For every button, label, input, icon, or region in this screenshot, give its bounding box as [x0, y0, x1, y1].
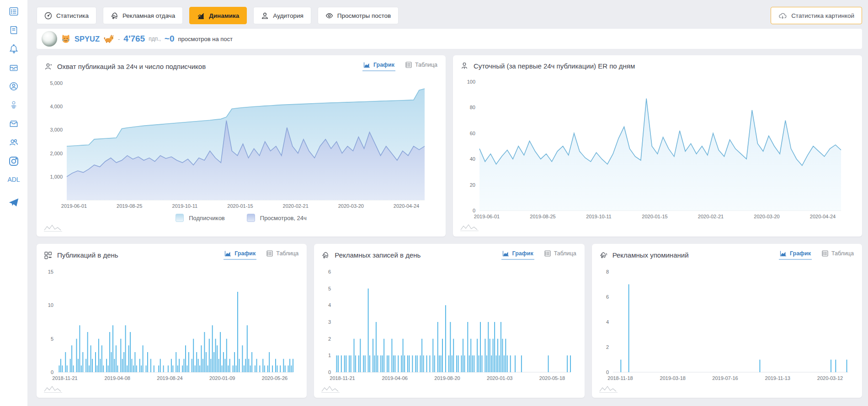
graph-view-button[interactable]: График — [362, 62, 395, 71]
view-toggle: График Таблица — [224, 250, 299, 260]
graph-view-button[interactable]: График — [501, 250, 534, 260]
megaphone-icon — [111, 12, 118, 20]
svg-text:2018-11-18: 2018-11-18 — [607, 375, 633, 381]
people-icon[interactable] — [8, 137, 20, 148]
view-toggle: График Таблица — [501, 250, 577, 260]
svg-text:2020-04-24: 2020-04-24 — [810, 214, 836, 219]
svg-text:2019-08-24: 2019-08-24 — [157, 375, 182, 381]
table-view-button[interactable]: Таблица — [405, 62, 438, 71]
tab-statistics[interactable]: Статистика — [37, 7, 96, 24]
inbox-icon[interactable] — [8, 118, 20, 130]
panel-title: Охват публикаций за 24ч и число подписчи… — [57, 63, 206, 70]
reach-subscribers-chart[interactable]: 5,0004,0003,0002,0001,0002019-06-012019-… — [44, 78, 430, 211]
range-preview-icon[interactable] — [599, 385, 618, 393]
svg-text:2020-04-24: 2020-04-24 — [394, 203, 419, 209]
graph-view-button[interactable]: График — [224, 250, 256, 260]
svg-text:0: 0 — [473, 208, 475, 213]
svg-text:2020-05-18: 2020-05-18 — [539, 375, 565, 381]
avg-views-label: просмотров на пост — [178, 36, 233, 42]
person-gear-icon[interactable] — [8, 99, 20, 111]
svg-text:2,000: 2,000 — [50, 151, 63, 156]
table-view-button[interactable]: Таблица — [543, 250, 577, 260]
channel-name[interactable]: SPYUZ — [75, 35, 100, 43]
svg-text:2019-08-25: 2019-08-25 — [530, 214, 555, 219]
svg-text:5: 5 — [51, 336, 53, 342]
panel-ad-mentions: Рекламных упоминаний График Таблица 8642… — [592, 244, 862, 398]
graph-view-button[interactable]: График — [779, 250, 812, 260]
svg-text:80: 80 — [470, 105, 475, 110]
panel-title: Рекламных упоминаний — [612, 251, 689, 259]
person-icon — [460, 62, 469, 70]
archive-icon[interactable] — [8, 62, 20, 74]
svg-text:10: 10 — [48, 302, 53, 308]
posts-per-day-chart[interactable]: 1510502018-11-212019-04-082019-08-242020… — [44, 266, 298, 383]
tab-post-views[interactable]: Просмотры постов — [318, 7, 399, 24]
grid-icon — [44, 251, 52, 259]
graph-icon — [224, 250, 231, 257]
svg-text:2: 2 — [328, 336, 331, 342]
svg-text:2019-11-13: 2019-11-13 — [765, 375, 790, 381]
megaphone-icon — [599, 251, 607, 259]
svg-text:2019-04-06: 2019-04-06 — [382, 375, 408, 381]
svg-text:4: 4 — [606, 319, 609, 325]
tab-bar: Статистика Рекламная отдача Динамика Ауд… — [37, 7, 862, 24]
svg-text:1: 1 — [328, 353, 331, 358]
panel-title: Рекламных записей в день — [335, 251, 421, 259]
person-circle-icon[interactable] — [8, 80, 20, 92]
legend-swatch — [247, 214, 255, 222]
svg-text:2020-03-12: 2020-03-12 — [817, 375, 843, 381]
svg-text:2019-08-20: 2019-08-20 — [435, 375, 460, 381]
range-preview-icon[interactable] — [44, 224, 62, 232]
view-toggle: График Таблица — [362, 62, 438, 71]
separator: - — [118, 36, 120, 42]
chart-icon — [197, 12, 205, 20]
legend-item-views[interactable]: Просмотров, 24ч — [247, 214, 307, 222]
svg-text:2020-02-21: 2020-02-21 — [698, 214, 724, 219]
tab-dynamics[interactable]: Динамика — [189, 7, 247, 24]
graph-icon — [502, 250, 509, 257]
svg-text:5: 5 — [328, 286, 331, 291]
sidebar-item-adl[interactable]: ADL — [7, 176, 20, 183]
range-preview-icon[interactable] — [321, 385, 340, 393]
range-preview-icon[interactable] — [44, 385, 62, 393]
table-icon — [822, 250, 828, 257]
panel-title: Суточный (за первые 24ч публикации) ER п… — [474, 62, 635, 70]
chart-legend: Подписчиков Просмотров, 24ч — [44, 214, 438, 222]
svg-text:2018-11-21: 2018-11-21 — [52, 375, 77, 381]
svg-text:4: 4 — [328, 302, 331, 308]
sidebar: ADL — [0, 0, 27, 406]
instagram-icon[interactable] — [8, 155, 20, 167]
svg-text:2020-01-15: 2020-01-15 — [642, 214, 667, 219]
megaphone-icon — [321, 251, 330, 259]
avg-views-count: ~0 — [165, 34, 175, 44]
svg-text:8: 8 — [606, 269, 609, 274]
ad-mentions-chart[interactable]: 864202018-11-182019-03-182019-07-162019-… — [599, 266, 854, 383]
svg-text:40: 40 — [470, 156, 475, 162]
table-view-button[interactable]: Таблица — [821, 250, 855, 260]
tab-audience[interactable]: Аудитория — [253, 7, 311, 24]
panel-title: Публикаций в день — [57, 251, 118, 259]
daily-er-chart[interactable]: 1008060402002019-06-012019-08-252019-10-… — [460, 76, 847, 221]
svg-text:3: 3 — [328, 319, 331, 325]
ad-posts-per-day-chart[interactable]: 65432102018-11-212019-04-062019-08-20202… — [321, 266, 576, 383]
range-preview-icon[interactable] — [460, 223, 479, 232]
export-image-button[interactable]: Статистика картинкой — [771, 7, 862, 24]
table-view-button[interactable]: Таблица — [266, 250, 299, 260]
svg-text:2020-01-09: 2020-01-09 — [209, 375, 235, 381]
svg-text:2: 2 — [606, 344, 609, 350]
legend-swatch — [176, 214, 184, 222]
panel-posts-per-day: Публикаций в день График Таблица 1510502… — [37, 244, 307, 398]
bell-icon[interactable] — [8, 43, 20, 55]
panel-reach-subscribers: Охват публикаций за 24ч и число подписчи… — [37, 55, 446, 237]
list-icon[interactable] — [8, 5, 20, 17]
panel-ad-posts-per-day: Рекламных записей в день График Таблица … — [314, 244, 584, 398]
svg-text:2020-01-03: 2020-01-03 — [487, 375, 512, 381]
cloud-download-icon — [778, 12, 787, 20]
svg-text:2019-08-25: 2019-08-25 — [117, 203, 142, 209]
svg-text:2020-03-20: 2020-03-20 — [338, 203, 364, 209]
journal-icon[interactable] — [8, 24, 20, 36]
tab-ad-performance[interactable]: Рекламная отдача — [103, 7, 183, 24]
telegram-icon[interactable] — [8, 196, 20, 208]
legend-item-subscribers[interactable]: Подписчиков — [176, 214, 225, 222]
svg-text:2019-07-16: 2019-07-16 — [712, 375, 738, 381]
